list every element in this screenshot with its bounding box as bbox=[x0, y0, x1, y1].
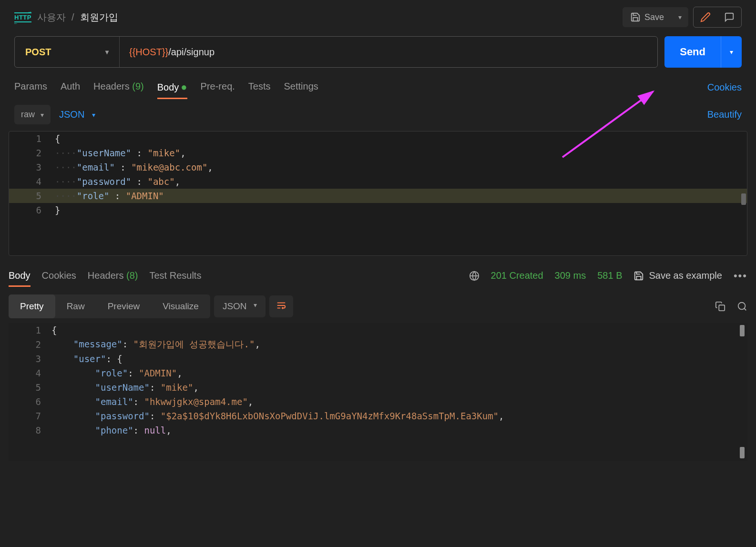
line-number: 1 bbox=[9, 325, 51, 335]
resp-tab-headers[interactable]: Headers (8) bbox=[88, 265, 138, 286]
line-number: 4 bbox=[9, 368, 51, 378]
method-select[interactable]: POST ▾ bbox=[15, 37, 120, 67]
json-value: "abc" bbox=[147, 176, 174, 187]
resp-tab-cookies[interactable]: Cookies bbox=[42, 265, 76, 286]
minimap-scrollbar[interactable] bbox=[740, 447, 745, 458]
tab-headers-count: (9) bbox=[132, 81, 143, 91]
resp-tab-body[interactable]: Body bbox=[9, 265, 31, 286]
json-value: "mike" bbox=[147, 148, 180, 158]
more-options[interactable]: ••• bbox=[734, 270, 747, 282]
beautify-link[interactable]: Beautify bbox=[707, 109, 742, 120]
breadcrumb-name[interactable]: 회원가입 bbox=[80, 11, 118, 24]
wrap-lines-button[interactable] bbox=[269, 295, 293, 317]
line-number: 2 bbox=[9, 148, 51, 158]
minimap-scrollbar[interactable] bbox=[741, 193, 746, 205]
body-modified-dot: ● bbox=[181, 81, 187, 93]
json-key: "password" bbox=[77, 176, 131, 187]
line-number: 6 bbox=[9, 396, 51, 407]
breadcrumb-folder[interactable]: 사용자 bbox=[37, 11, 66, 24]
chevron-down-icon: ▾ bbox=[41, 111, 44, 119]
response-body-editor[interactable]: 1{ 2 "message": "회원가입에 성공했습니다.", 3 "user… bbox=[9, 323, 747, 461]
http-icon: HTTP bbox=[14, 12, 31, 22]
body-controls: raw ▾ JSON ▾ Beautify bbox=[0, 101, 756, 131]
top-actions: Save ▾ bbox=[623, 7, 742, 28]
tab-headers-label: Headers bbox=[93, 81, 130, 91]
url-variable: {{HOST}} bbox=[129, 47, 168, 57]
save-button[interactable]: Save bbox=[623, 7, 672, 27]
send-dropdown[interactable]: ▾ bbox=[721, 36, 742, 68]
view-mode-group: Pretty Raw Preview Visualize bbox=[9, 294, 210, 318]
send-button[interactable]: Send bbox=[664, 36, 721, 68]
edit-button[interactable] bbox=[694, 7, 717, 27]
response-tabs-row: Body Cookies Headers (8) Test Results 20… bbox=[0, 256, 756, 290]
viewer-row: Pretty Raw Preview Visualize JSON ▾ bbox=[0, 290, 756, 323]
globe-icon[interactable] bbox=[469, 271, 480, 281]
tab-body-label: Body bbox=[157, 82, 179, 92]
cookies-link[interactable]: Cookies bbox=[707, 82, 742, 93]
save-example-label: Save as example bbox=[649, 270, 722, 281]
format-select[interactable]: JSON ▾ bbox=[214, 295, 266, 317]
url-bar: POST ▾ {{HOST}}/api/signup bbox=[14, 36, 658, 68]
url-row: POST ▾ {{HOST}}/api/signup Send ▾ bbox=[0, 34, 756, 73]
chevron-down-icon: ▾ bbox=[105, 48, 109, 56]
mode-pretty[interactable]: Pretty bbox=[9, 294, 55, 318]
tab-settings[interactable]: Settings bbox=[284, 76, 318, 98]
json-value: null bbox=[144, 425, 166, 436]
mode-preview[interactable]: Preview bbox=[96, 294, 152, 318]
resp-headers-label: Headers bbox=[88, 270, 124, 281]
save-label: Save bbox=[644, 12, 664, 22]
resp-tab-testresults[interactable]: Test Results bbox=[149, 265, 201, 286]
line-number: 5 bbox=[9, 191, 51, 201]
body-type-label: JSON bbox=[59, 109, 84, 120]
chevron-down-icon: ▾ bbox=[730, 48, 733, 56]
request-body-editor[interactable]: 1{ 2····"userName" : "mike", 3····"email… bbox=[9, 131, 747, 256]
line-number: 3 bbox=[9, 354, 51, 364]
send-button-group: Send ▾ bbox=[664, 36, 742, 68]
save-dropdown[interactable]: ▾ bbox=[672, 7, 688, 27]
pencil-icon bbox=[700, 12, 711, 22]
body-controls-left: raw ▾ JSON ▾ bbox=[14, 105, 95, 124]
json-key: "email" bbox=[95, 396, 133, 407]
request-tabs: Params Auth Headers (9) Body● Pre-req. T… bbox=[14, 76, 318, 98]
wrap-icon bbox=[276, 300, 286, 311]
request-tabs-row: Params Auth Headers (9) Body● Pre-req. T… bbox=[0, 73, 756, 101]
minimap-scrollbar[interactable] bbox=[740, 325, 745, 336]
tab-body[interactable]: Body● bbox=[157, 76, 187, 98]
json-value: "$2a$10$dYk8H6LxbONsXoPwdDViJ.lmG9aYN4zM… bbox=[161, 411, 499, 421]
svg-point-5 bbox=[738, 303, 746, 310]
tab-auth[interactable]: Auth bbox=[61, 76, 80, 98]
breadcrumb-separator: / bbox=[72, 12, 74, 23]
line-number: 7 bbox=[9, 411, 51, 421]
search-icon[interactable] bbox=[737, 301, 747, 312]
tab-tests[interactable]: Tests bbox=[248, 76, 271, 98]
save-icon bbox=[633, 271, 644, 281]
side-actions bbox=[693, 7, 742, 28]
line-number: 8 bbox=[9, 425, 51, 436]
tab-params[interactable]: Params bbox=[14, 76, 47, 98]
comment-icon bbox=[724, 12, 735, 22]
viewer-right bbox=[715, 301, 747, 312]
response-meta: 201 Created 309 ms 581 B Save as example… bbox=[469, 270, 747, 282]
line-number: 5 bbox=[9, 382, 51, 393]
tab-prereq[interactable]: Pre-req. bbox=[201, 76, 235, 98]
url-input[interactable]: {{HOST}}/api/signup bbox=[120, 47, 657, 58]
tab-headers[interactable]: Headers (9) bbox=[93, 76, 144, 98]
body-type-select[interactable]: JSON ▾ bbox=[59, 109, 95, 120]
json-key: "password" bbox=[95, 411, 150, 421]
json-value: "ADMIN" bbox=[126, 191, 164, 201]
line-number: 6 bbox=[9, 205, 51, 215]
mode-visualize[interactable]: Visualize bbox=[151, 294, 210, 318]
viewer-modes: Pretty Raw Preview Visualize JSON ▾ bbox=[9, 294, 293, 318]
breadcrumb: HTTP 사용자 / 회원가입 bbox=[14, 11, 118, 24]
mode-raw[interactable]: Raw bbox=[55, 294, 96, 318]
line-number: 4 bbox=[9, 176, 51, 187]
json-value: "회원가입에 성공했습니다." bbox=[133, 339, 255, 349]
body-mode-select[interactable]: raw ▾ bbox=[14, 105, 51, 124]
json-key: "user" bbox=[73, 354, 106, 364]
json-key: "message" bbox=[73, 339, 123, 349]
copy-icon[interactable] bbox=[715, 301, 725, 312]
comment-button[interactable] bbox=[717, 7, 741, 27]
json-value: "mike" bbox=[161, 382, 194, 393]
save-as-example-button[interactable]: Save as example bbox=[633, 270, 722, 281]
save-icon bbox=[630, 12, 641, 22]
